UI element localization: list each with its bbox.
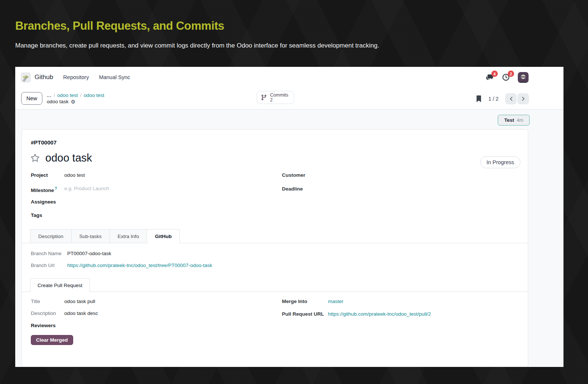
stage-badge[interactable]: In Progress [480, 156, 520, 168]
field-tags: Tags [31, 212, 64, 218]
task-title[interactable]: odoo task [45, 152, 92, 164]
field-assignees-label: Assignees [31, 199, 64, 205]
chevron-left-icon [509, 96, 513, 101]
field-project-label: Project [31, 172, 64, 178]
breadcrumb-separator: / [80, 92, 82, 98]
branch-url-label: Branch Url [31, 263, 67, 269]
field-assignees: Assignees [31, 199, 64, 205]
app-logo-icon[interactable]: </> [21, 72, 31, 82]
pr-description-label: Description [31, 310, 64, 316]
activities-button[interactable]: 2 [501, 73, 510, 82]
activity-test-time: 4m [517, 118, 523, 123]
pager-previous-button[interactable] [505, 93, 517, 104]
branch-url-link[interactable]: https://github.com/prateek-tnc/odoo_test… [67, 263, 212, 269]
chevron-right-icon [522, 96, 525, 101]
breadcrumb: ... / odoo test / odoo test odoo task ⚙ [47, 92, 104, 105]
pr-title-label: Title [31, 299, 64, 305]
messages-button[interactable]: 4 [485, 73, 494, 82]
messages-count-badge: 4 [491, 71, 498, 77]
page-subtitle: Manage branches, create pull requests, a… [15, 42, 379, 49]
form-view: Test 4m #PT00007 odoo task In Progress P… [15, 110, 563, 367]
field-branch-name: Branch Name PT00007-odoo-task [31, 251, 111, 257]
notebook-tabs: Description Sub-tasks Extra Info GitHub [30, 229, 180, 243]
svg-text:</>: </> [23, 75, 29, 79]
gear-icon[interactable]: ⚙ [71, 99, 76, 104]
tab-create-pull-request[interactable]: Create Pull Request [30, 278, 90, 292]
control-panel: New ... / odoo test / odoo test odoo tas… [15, 88, 563, 110]
menu-repository[interactable]: Repository [63, 74, 89, 80]
breadcrumb-current: odoo task [47, 99, 69, 105]
pr-description-input[interactable]: odoo task desc [64, 310, 98, 316]
field-project-value[interactable]: odoo test [64, 172, 85, 178]
field-pr-title: Title odoo task pull [31, 299, 95, 305]
field-pr-description: Description odoo task desc [31, 310, 98, 316]
odoo-window: </> Github Repository Manual Sync 4 [15, 67, 563, 367]
branch-name-value: PT00007-odoo-task [67, 251, 111, 257]
field-deadline-label: Deadline [282, 186, 328, 192]
field-tags-label: Tags [31, 212, 64, 218]
navbar-right: 4 2 [485, 67, 529, 88]
breadcrumb-link-tasklist[interactable]: odoo test [84, 92, 104, 98]
breadcrumb-separator: / [53, 92, 55, 98]
field-pull-request-url: Pull Request URL https://github.com/prat… [282, 311, 431, 317]
field-project: Project odoo test [31, 172, 85, 178]
commits-button[interactable]: Commits 2 [257, 91, 294, 104]
tab-extra-info[interactable]: Extra Info [110, 229, 147, 243]
tab-sub-tasks[interactable]: Sub-tasks [71, 229, 110, 243]
avatar[interactable] [518, 72, 529, 83]
reviewers-label: Reviewers [31, 323, 56, 328]
commits-count: 2 [270, 98, 288, 102]
field-merge-into: Merge Into master [282, 299, 343, 305]
activity-test-label: Test [504, 117, 514, 123]
merge-into-label: Merge Into [282, 299, 328, 305]
navbar: </> Github Repository Manual Sync 4 [15, 67, 563, 88]
field-branch-url: Branch Url https://github.com/prateek-tn… [31, 263, 212, 269]
activity-test-button[interactable]: Test 4m [498, 115, 530, 126]
pr-tab-divider [22, 292, 528, 292]
task-reference: #PT00007 [31, 139, 56, 146]
git-branch-icon [261, 94, 267, 101]
field-customer-label: Customer [282, 172, 328, 178]
tab-github[interactable]: GitHub [147, 229, 180, 244]
field-milestone-input[interactable]: e.g. Product Launch [64, 186, 109, 192]
task-sheet: #PT00007 odoo task In Progress Project o… [22, 129, 528, 367]
merge-into-value[interactable]: master [328, 299, 343, 305]
breadcrumb-ellipsis[interactable]: ... [47, 92, 51, 98]
activities-count-badge: 2 [508, 71, 514, 77]
branch-name-label: Branch Name [31, 251, 67, 257]
page: Branches, Pull Requests, and Commits Man… [0, 0, 588, 384]
pull-request-url-link[interactable]: https://github.com/prateek-tnc/odoo_test… [328, 311, 431, 317]
field-customer: Customer [282, 172, 328, 178]
pull-request-url-label: Pull Request URL [282, 311, 328, 317]
pager-next-button[interactable] [517, 93, 529, 104]
help-icon: ? [55, 186, 57, 191]
app-name[interactable]: Github [35, 74, 53, 81]
pager-area: 1 / 2 [476, 88, 529, 110]
field-deadline: Deadline [282, 186, 328, 192]
menu-manual-sync[interactable]: Manual Sync [99, 74, 130, 80]
new-button[interactable]: New [21, 92, 42, 105]
field-milestone-label: Milestone? [31, 186, 64, 193]
bookmark-icon[interactable] [476, 95, 482, 102]
tab-description[interactable]: Description [30, 229, 71, 243]
star-icon[interactable] [30, 153, 40, 163]
pager-counter: 1 / 2 [488, 96, 498, 102]
pr-title-input[interactable]: odoo task pull [64, 299, 95, 305]
clear-merged-button[interactable]: Clear Merged [31, 335, 73, 345]
page-title: Branches, Pull Requests, and Commits [15, 19, 224, 33]
field-milestone: Milestone? e.g. Product Launch [31, 186, 109, 193]
breadcrumb-link-project[interactable]: odoo test [57, 92, 78, 98]
commits-button-label: Commits [270, 93, 288, 98]
